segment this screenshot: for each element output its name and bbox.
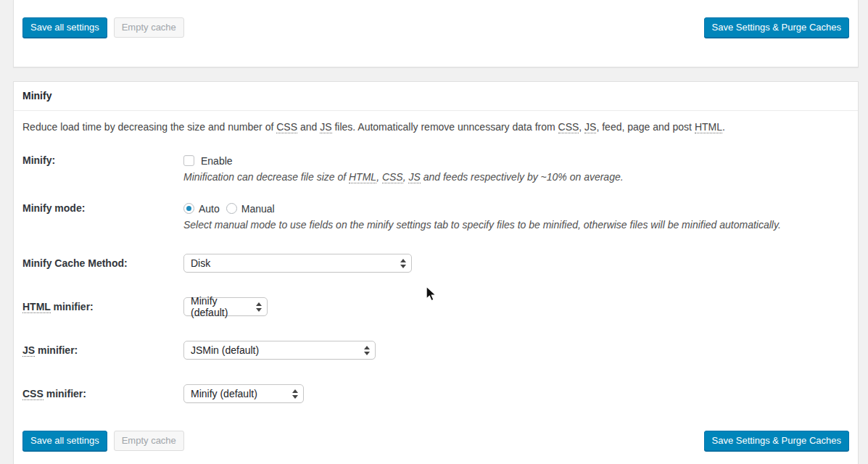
save-all-settings-button[interactable]: Save all settings: [22, 17, 107, 38]
empty-cache-button: Empty cache: [114, 17, 184, 38]
minify-section-body: Reduce load time by decreasing the size …: [14, 111, 858, 451]
html-minifier-label: HTML minifier:: [22, 300, 183, 314]
acronym: HTML: [22, 301, 51, 313]
js-minifier-select[interactable]: JSMin (default): [183, 341, 376, 360]
auto-radio-label[interactable]: Auto: [199, 203, 220, 215]
css-minifier-value: Minify (default): [191, 388, 257, 399]
minify-intro-text: Reduce load time by decreasing the size …: [22, 120, 849, 134]
select-spinner-icon: [364, 346, 370, 355]
js-minifier-value: JSMin (default): [191, 344, 259, 356]
save-settings-purge-caches-button[interactable]: Save Settings & Purge Caches: [704, 17, 850, 38]
empty-cache-button: Empty cache: [114, 431, 184, 451]
minify-enable-label: Minify:: [22, 154, 183, 167]
enable-checkbox-label[interactable]: Enable: [201, 155, 233, 167]
save-all-settings-button[interactable]: Save all settings: [22, 431, 107, 451]
bottom-left-buttons: Save all settings Empty cache: [22, 431, 184, 451]
css-minifier-label: CSS minifier:: [22, 387, 183, 401]
acronym: CSS: [276, 121, 297, 133]
bottom-submit-row: Save all settings Empty cache Save Setti…: [22, 431, 849, 451]
js-minifier-label: JS minifier:: [22, 344, 183, 357]
acronym: CSS: [558, 121, 579, 133]
manual-radio[interactable]: [226, 203, 237, 214]
minify-mode-description: Select manual mode to use fields on the …: [183, 218, 849, 232]
previous-section-footer-panel: Save all settings Empty cache Save Setti…: [13, 0, 859, 67]
auto-radio[interactable]: [183, 203, 194, 214]
acronym: CSS: [22, 388, 44, 400]
top-submit-row: Save all settings Empty cache Save Setti…: [14, 0, 858, 38]
acronym: JS: [320, 121, 331, 133]
select-spinner-icon: [256, 302, 262, 312]
minify-cache-method-select[interactable]: Disk: [183, 254, 412, 273]
row-minify-cache-method: Minify Cache Method: Disk: [22, 254, 849, 273]
html-minifier-value: Minify (default): [191, 295, 250, 318]
acronym: HTML: [695, 121, 722, 133]
minify-enable-description: Minification can decrease file size of H…: [183, 170, 849, 184]
acronym: CSS: [382, 171, 403, 183]
row-minify-mode: Minify mode: Auto Manual Select manual m…: [22, 202, 849, 232]
select-spinner-icon: [292, 389, 298, 399]
minify-section-title: Minify: [14, 82, 858, 111]
minify-cache-method-label: Minify Cache Method:: [22, 257, 183, 270]
row-minify-enable: Minify: Enable Minification can decrease…: [22, 154, 849, 184]
top-left-buttons: Save all settings Empty cache: [22, 17, 184, 38]
save-settings-purge-caches-button[interactable]: Save Settings & Purge Caches: [704, 431, 850, 451]
acronym: JS: [584, 121, 596, 133]
select-spinner-icon: [400, 259, 406, 268]
minify-mode-label: Minify mode:: [22, 202, 183, 215]
minify-section-panel: Minify Reduce load time by decreasing th…: [13, 81, 859, 464]
row-js-minifier: JS minifier: JSMin (default): [22, 341, 849, 360]
row-html-minifier: HTML minifier: Minify (default): [22, 297, 849, 316]
enable-checkbox[interactable]: [183, 155, 194, 166]
row-css-minifier: CSS minifier: Minify (default): [22, 384, 849, 403]
css-minifier-select[interactable]: Minify (default): [183, 384, 304, 403]
acronym: JS: [408, 171, 420, 183]
acronym: JS: [22, 344, 35, 357]
html-minifier-select[interactable]: Minify (default): [183, 297, 268, 316]
minify-cache-method-value: Disk: [191, 257, 210, 269]
manual-radio-label[interactable]: Manual: [241, 203, 275, 215]
acronym: HTML: [349, 171, 376, 183]
